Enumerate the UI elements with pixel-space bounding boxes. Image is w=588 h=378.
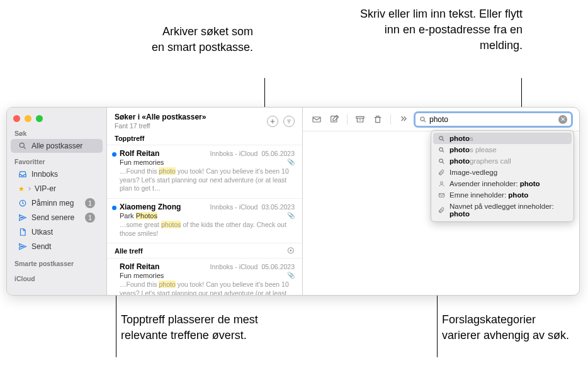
magnifier-icon (437, 147, 446, 153)
sidebar-heading-favorites: Favoritter (7, 157, 106, 167)
svg-point-0 (20, 143, 24, 147)
svg-rect-10 (356, 116, 364, 118)
svg-line-1 (24, 147, 26, 149)
message-row[interactable]: Xiaomeng Zhong Innboks - iCloud 03.05.20… (107, 199, 302, 243)
archive-icon (355, 114, 365, 125)
suggestion-item[interactable]: Image-vedlegg (433, 167, 572, 178)
sidebar-vip[interactable]: ★ VIP-er (11, 182, 103, 196)
suggestion-item[interactable]: Navnet på vedlegget inneholder: photo (433, 201, 572, 220)
traffic-lights (7, 113, 106, 128)
message-row[interactable]: Rolf Reitan Innboks - iCloud 05.06.2023 … (107, 145, 302, 199)
search-result-count: Fant 17 treff (115, 122, 262, 130)
svg-point-18 (439, 158, 443, 162)
sidebar-item-label: Send senere (31, 213, 85, 222)
minimize-window-button[interactable] (25, 115, 31, 122)
chevrons-icon (399, 114, 409, 125)
section-all-hits: Alle treff ☉ (107, 243, 302, 258)
sidebar-item-label: Påminn meg (31, 199, 85, 208)
reply-button[interactable] (309, 112, 324, 127)
filter-button[interactable] (283, 116, 295, 127)
sidebar-heading-smart: Smarte postkasser (7, 258, 106, 269)
suggestion-item[interactable]: photos (433, 133, 572, 144)
callout-search-hint: Skriv eller lim inn tekst. Eller flytt i… (346, 6, 523, 54)
separator (347, 114, 348, 125)
message-folder: Innboks - iCloud (210, 203, 258, 211)
message-date: 05.06.2023 (261, 263, 295, 270)
sidebar-item-label: Alle postkasser (31, 142, 95, 150)
sidebar-item-label: Innboks (31, 170, 95, 179)
message-sender: Rolf Reitan (120, 262, 159, 271)
sent-icon (18, 242, 27, 251)
more-button[interactable] (396, 112, 411, 127)
sidebar-item-label: Sendt (31, 242, 95, 251)
sidebar-all-mailboxes[interactable]: Alle postkasser (11, 139, 103, 153)
suggestion-text: photos (449, 135, 568, 142)
message-sender: Xiaomeng Zhong (120, 203, 181, 211)
sidebar-badge: 1 (85, 213, 95, 223)
message-date: 05.06.2023 (261, 150, 295, 157)
envelope-icon (312, 114, 322, 125)
compose-button[interactable] (327, 112, 342, 127)
sidebar-send-later[interactable]: Send senere 1 (11, 211, 103, 225)
suggestion-text: Avsender inneholder: photo (449, 180, 568, 187)
disclosure-icon (27, 184, 32, 193)
message-preview: …Found this photo you took! Can you beli… (120, 281, 295, 295)
mail-window: Søk Alle postkasser Favoritter Innboks ★… (6, 107, 580, 296)
callout-top-hits: Topptreff plasserer de mest relevante tr… (121, 312, 266, 343)
sidebar-item-label: VIP-er (35, 184, 95, 193)
search-input[interactable] (429, 115, 558, 124)
sidebar-badge: 1 (85, 198, 95, 208)
archive-button[interactable] (353, 112, 368, 127)
svg-line-15 (442, 139, 443, 140)
callout-line (264, 78, 265, 111)
send-later-icon (18, 213, 27, 222)
message-preview: …some great photos of the kids the other… (120, 221, 295, 238)
sidebar-drafts[interactable]: Utkast (11, 225, 103, 239)
clear-search-button[interactable]: ✕ (558, 115, 567, 124)
compose-icon (329, 114, 339, 125)
search-field[interactable]: ✕ (414, 111, 573, 128)
sidebar-sent[interactable]: Sendt (11, 240, 103, 253)
suggestion-item[interactable]: Avsender inneholder: photo (433, 178, 572, 189)
person-icon (437, 181, 446, 187)
contact-icon: ☉ (287, 246, 295, 255)
suggestion-item[interactable]: photos please (433, 144, 572, 155)
sidebar-inbox[interactable]: Innboks (11, 167, 103, 181)
suggestion-text: Emne inneholder: photo (449, 191, 568, 199)
sidebar-heading-search: Søk (7, 128, 106, 138)
message-list: Søker i «Alle postkasser» Fant 17 treff … (107, 108, 303, 295)
separator (390, 114, 391, 125)
suggestion-text: photographers call (449, 157, 568, 165)
search-icon (419, 116, 427, 123)
svg-point-20 (440, 181, 443, 184)
list-header: Søker i «Alle postkasser» Fant 17 treff (107, 108, 302, 132)
paperclip-icon (437, 207, 446, 214)
close-window-button[interactable] (13, 115, 20, 122)
suggestion-text: Navnet på vedlegget inneholder: photo (449, 203, 568, 218)
delete-button[interactable] (370, 112, 385, 127)
sidebar-remind[interactable]: Påminn meg 1 (11, 196, 103, 210)
message-subject: Fun memories (120, 272, 164, 279)
attachment-icon: 📎 (287, 158, 295, 165)
callout-categories: Forslagskategorier varierer avhengig av … (442, 312, 574, 343)
clock-icon (18, 199, 27, 208)
magnifier-icon (18, 142, 27, 150)
save-search-button[interactable] (267, 116, 278, 127)
suggestion-item[interactable]: photographers call (433, 155, 572, 167)
message-date: 03.05.2023 (261, 203, 295, 211)
suggestion-text: Image-vedlegg (449, 169, 568, 176)
magnifier-icon (437, 135, 446, 142)
zoom-window-button[interactable] (36, 115, 43, 122)
paperclip-icon (437, 169, 446, 176)
svg-line-13 (424, 120, 426, 122)
message-row[interactable]: Rolf Reitan Innboks - iCloud 05.06.2023 … (107, 258, 302, 295)
message-preview: …Found this photo you took! Can you beli… (120, 167, 295, 193)
svg-point-12 (421, 117, 424, 121)
trash-icon (373, 114, 383, 125)
plus-icon (269, 118, 276, 125)
star-icon: ★ (18, 185, 25, 193)
suggestion-item[interactable]: Emne inneholder: photo (433, 189, 572, 201)
message-sender: Rolf Reitan (120, 149, 159, 158)
message-folder: Innboks - iCloud (210, 150, 258, 157)
callout-line (521, 78, 522, 111)
